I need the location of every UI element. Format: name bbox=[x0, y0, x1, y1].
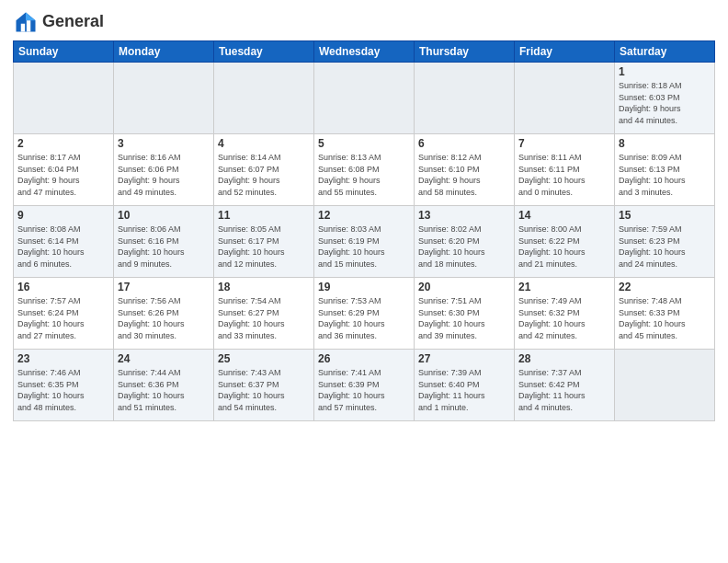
day-info: Sunrise: 7:51 AM Sunset: 6:30 PM Dayligh… bbox=[418, 295, 510, 341]
day-number: 1 bbox=[619, 65, 711, 78]
calendar-cell: 5Sunrise: 8:13 AM Sunset: 6:08 PM Daylig… bbox=[314, 134, 415, 206]
day-number: 3 bbox=[118, 137, 210, 150]
day-info: Sunrise: 8:14 AM Sunset: 6:07 PM Dayligh… bbox=[218, 152, 310, 198]
calendar-cell: 27Sunrise: 7:39 AM Sunset: 6:40 PM Dayli… bbox=[415, 350, 515, 421]
day-number: 17 bbox=[118, 281, 210, 293]
day-info: Sunrise: 7:59 AM Sunset: 6:23 PM Dayligh… bbox=[619, 224, 711, 270]
calendar-cell: 22Sunrise: 7:48 AM Sunset: 6:33 PM Dayli… bbox=[615, 278, 715, 350]
calendar-week-row: 23Sunrise: 7:46 AM Sunset: 6:35 PM Dayli… bbox=[14, 350, 715, 421]
day-number: 27 bbox=[418, 352, 510, 365]
calendar-cell: 4Sunrise: 8:14 AM Sunset: 6:07 PM Daylig… bbox=[214, 134, 314, 206]
day-number: 4 bbox=[218, 137, 310, 150]
day-info: Sunrise: 7:54 AM Sunset: 6:27 PM Dayligh… bbox=[218, 295, 310, 341]
day-info: Sunrise: 7:44 AM Sunset: 6:36 PM Dayligh… bbox=[118, 367, 210, 413]
day-info: Sunrise: 8:12 AM Sunset: 6:10 PM Dayligh… bbox=[418, 152, 510, 198]
day-number: 24 bbox=[118, 352, 210, 365]
day-info: Sunrise: 8:05 AM Sunset: 6:17 PM Dayligh… bbox=[218, 224, 310, 270]
calendar-cell: 8Sunrise: 8:09 AM Sunset: 6:13 PM Daylig… bbox=[615, 134, 715, 206]
calendar-cell: 14Sunrise: 8:00 AM Sunset: 6:22 PM Dayli… bbox=[515, 206, 615, 278]
day-number: 20 bbox=[418, 281, 510, 293]
day-info: Sunrise: 7:39 AM Sunset: 6:40 PM Dayligh… bbox=[418, 367, 510, 413]
calendar-page: General SundayMondayTuesdayWednesdayThur… bbox=[0, 0, 728, 563]
day-number: 28 bbox=[518, 352, 610, 365]
day-number: 18 bbox=[218, 281, 310, 293]
calendar-cell: 18Sunrise: 7:54 AM Sunset: 6:27 PM Dayli… bbox=[214, 278, 314, 350]
day-number: 15 bbox=[619, 209, 711, 222]
calendar-week-row: 9Sunrise: 8:08 AM Sunset: 6:14 PM Daylig… bbox=[14, 206, 715, 278]
calendar-cell bbox=[14, 63, 114, 134]
logo-text: General bbox=[42, 13, 104, 31]
day-info: Sunrise: 7:37 AM Sunset: 6:42 PM Dayligh… bbox=[518, 367, 610, 413]
calendar-cell bbox=[214, 63, 314, 134]
day-info: Sunrise: 8:06 AM Sunset: 6:16 PM Dayligh… bbox=[118, 224, 210, 270]
svg-marker-1 bbox=[26, 13, 36, 21]
calendar-cell: 12Sunrise: 8:03 AM Sunset: 6:19 PM Dayli… bbox=[314, 206, 415, 278]
calendar-week-row: 2Sunrise: 8:17 AM Sunset: 6:04 PM Daylig… bbox=[14, 134, 715, 206]
day-number: 8 bbox=[619, 137, 711, 150]
day-number: 25 bbox=[218, 352, 310, 365]
calendar-table: SundayMondayTuesdayWednesdayThursdayFrid… bbox=[13, 40, 715, 421]
day-info: Sunrise: 8:08 AM Sunset: 6:14 PM Dayligh… bbox=[17, 224, 109, 270]
calendar-week-row: 16Sunrise: 7:57 AM Sunset: 6:24 PM Dayli… bbox=[14, 278, 715, 350]
weekday-header-friday: Friday bbox=[515, 41, 615, 63]
calendar-cell: 17Sunrise: 7:56 AM Sunset: 6:26 PM Dayli… bbox=[114, 278, 214, 350]
day-info: Sunrise: 7:48 AM Sunset: 6:33 PM Dayligh… bbox=[619, 295, 711, 341]
day-info: Sunrise: 7:46 AM Sunset: 6:35 PM Dayligh… bbox=[17, 367, 109, 413]
day-number: 7 bbox=[518, 137, 610, 150]
calendar-cell: 20Sunrise: 7:51 AM Sunset: 6:30 PM Dayli… bbox=[415, 278, 515, 350]
day-info: Sunrise: 8:09 AM Sunset: 6:13 PM Dayligh… bbox=[619, 152, 711, 198]
calendar-cell: 11Sunrise: 8:05 AM Sunset: 6:17 PM Dayli… bbox=[214, 206, 314, 278]
day-info: Sunrise: 7:53 AM Sunset: 6:29 PM Dayligh… bbox=[318, 295, 410, 341]
svg-rect-2 bbox=[21, 24, 25, 32]
day-info: Sunrise: 8:00 AM Sunset: 6:22 PM Dayligh… bbox=[518, 224, 610, 270]
day-info: Sunrise: 8:16 AM Sunset: 6:06 PM Dayligh… bbox=[118, 152, 210, 198]
day-number: 26 bbox=[318, 352, 410, 365]
page-header: General bbox=[13, 9, 715, 35]
calendar-cell bbox=[314, 63, 415, 134]
calendar-cell: 26Sunrise: 7:41 AM Sunset: 6:39 PM Dayli… bbox=[314, 350, 415, 421]
day-number: 5 bbox=[318, 137, 410, 150]
day-info: Sunrise: 7:43 AM Sunset: 6:37 PM Dayligh… bbox=[218, 367, 310, 413]
day-info: Sunrise: 8:18 AM Sunset: 6:03 PM Dayligh… bbox=[619, 80, 711, 126]
svg-rect-3 bbox=[27, 20, 30, 31]
weekday-header-wednesday: Wednesday bbox=[314, 41, 415, 63]
day-info: Sunrise: 8:13 AM Sunset: 6:08 PM Dayligh… bbox=[318, 152, 410, 198]
day-number: 19 bbox=[318, 281, 410, 293]
day-number: 22 bbox=[619, 281, 711, 293]
calendar-cell: 15Sunrise: 7:59 AM Sunset: 6:23 PM Dayli… bbox=[615, 206, 715, 278]
day-info: Sunrise: 7:56 AM Sunset: 6:26 PM Dayligh… bbox=[118, 295, 210, 341]
calendar-cell bbox=[415, 63, 515, 134]
calendar-cell: 13Sunrise: 8:02 AM Sunset: 6:20 PM Dayli… bbox=[415, 206, 515, 278]
weekday-header-row: SundayMondayTuesdayWednesdayThursdayFrid… bbox=[14, 41, 715, 63]
weekday-header-sunday: Sunday bbox=[14, 41, 114, 63]
calendar-cell: 7Sunrise: 8:11 AM Sunset: 6:11 PM Daylig… bbox=[515, 134, 615, 206]
day-number: 9 bbox=[17, 209, 109, 222]
calendar-cell: 16Sunrise: 7:57 AM Sunset: 6:24 PM Dayli… bbox=[14, 278, 114, 350]
day-number: 6 bbox=[418, 137, 510, 150]
calendar-cell: 24Sunrise: 7:44 AM Sunset: 6:36 PM Dayli… bbox=[114, 350, 214, 421]
calendar-cell: 23Sunrise: 7:46 AM Sunset: 6:35 PM Dayli… bbox=[14, 350, 114, 421]
weekday-header-monday: Monday bbox=[114, 41, 214, 63]
day-info: Sunrise: 7:41 AM Sunset: 6:39 PM Dayligh… bbox=[318, 367, 410, 413]
logo-icon bbox=[13, 9, 39, 35]
day-number: 13 bbox=[418, 209, 510, 222]
day-info: Sunrise: 8:17 AM Sunset: 6:04 PM Dayligh… bbox=[17, 152, 109, 198]
weekday-header-thursday: Thursday bbox=[415, 41, 515, 63]
day-info: Sunrise: 8:02 AM Sunset: 6:20 PM Dayligh… bbox=[418, 224, 510, 270]
day-info: Sunrise: 8:03 AM Sunset: 6:19 PM Dayligh… bbox=[318, 224, 410, 270]
weekday-header-saturday: Saturday bbox=[615, 41, 715, 63]
day-number: 16 bbox=[17, 281, 109, 293]
calendar-cell: 25Sunrise: 7:43 AM Sunset: 6:37 PM Dayli… bbox=[214, 350, 314, 421]
calendar-cell: 1Sunrise: 8:18 AM Sunset: 6:03 PM Daylig… bbox=[615, 63, 715, 134]
calendar-cell: 10Sunrise: 8:06 AM Sunset: 6:16 PM Dayli… bbox=[114, 206, 214, 278]
calendar-cell: 21Sunrise: 7:49 AM Sunset: 6:32 PM Dayli… bbox=[515, 278, 615, 350]
day-number: 12 bbox=[318, 209, 410, 222]
day-number: 14 bbox=[518, 209, 610, 222]
calendar-cell: 19Sunrise: 7:53 AM Sunset: 6:29 PM Dayli… bbox=[314, 278, 415, 350]
calendar-cell: 3Sunrise: 8:16 AM Sunset: 6:06 PM Daylig… bbox=[114, 134, 214, 206]
logo: General bbox=[13, 9, 104, 35]
calendar-cell: 6Sunrise: 8:12 AM Sunset: 6:10 PM Daylig… bbox=[415, 134, 515, 206]
calendar-week-row: 1Sunrise: 8:18 AM Sunset: 6:03 PM Daylig… bbox=[14, 63, 715, 134]
calendar-cell: 9Sunrise: 8:08 AM Sunset: 6:14 PM Daylig… bbox=[14, 206, 114, 278]
day-info: Sunrise: 8:11 AM Sunset: 6:11 PM Dayligh… bbox=[518, 152, 610, 198]
